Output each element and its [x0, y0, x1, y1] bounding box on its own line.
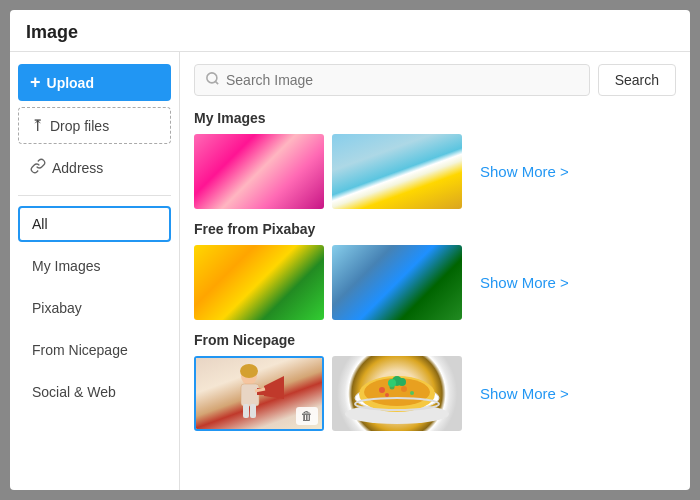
svg-rect-3 — [241, 384, 259, 406]
thumb-woman-megaphone[interactable]: 🗑 — [194, 356, 324, 431]
thumb-grid-my-images — [194, 134, 462, 209]
svg-point-16 — [401, 386, 407, 392]
svg-point-6 — [240, 364, 258, 378]
upload-cloud-icon: ⤒ — [31, 116, 44, 135]
upload-button[interactable]: + Upload — [18, 64, 171, 101]
drop-files-button[interactable]: ⤒ Drop files — [18, 107, 171, 144]
section-title-my-images: My Images — [194, 110, 676, 126]
show-more-nicepage[interactable]: Show More > — [480, 385, 569, 402]
search-icon — [205, 71, 220, 89]
thumb-pink-flower[interactable] — [194, 134, 324, 209]
section-row-nicepage: 🗑 — [194, 356, 676, 431]
sidebar-item-pixabay[interactable]: Pixabay — [18, 290, 171, 326]
main-content: Search My Images Show More > — [180, 52, 690, 490]
section-pixabay: Free from Pixabay Show More > — [194, 221, 676, 320]
svg-marker-4 — [264, 376, 284, 399]
svg-line-7 — [255, 389, 265, 391]
thumb-sunflower[interactable] — [332, 134, 462, 209]
search-input[interactable] — [226, 65, 579, 95]
section-my-images: My Images Show More > — [194, 110, 676, 209]
show-more-my-images[interactable]: Show More > — [480, 163, 569, 180]
thumb-grid-nicepage: 🗑 — [194, 356, 462, 431]
sidebar-divider — [18, 195, 171, 196]
img-pink-flower — [194, 134, 324, 209]
section-title-nicepage: From Nicepage — [194, 332, 676, 348]
search-button[interactable]: Search — [598, 64, 676, 96]
delete-thumb-button[interactable]: 🗑 — [296, 407, 318, 425]
sidebar-item-all[interactable]: All — [18, 206, 171, 242]
modal-body: + Upload ⤒ Drop files Address All My Ima… — [10, 52, 690, 490]
svg-line-1 — [215, 81, 218, 84]
search-bar: Search — [194, 64, 676, 96]
svg-point-0 — [207, 73, 217, 83]
svg-rect-8 — [243, 404, 249, 418]
address-label: Address — [52, 160, 103, 176]
trash-icon: 🗑 — [301, 409, 313, 423]
sidebar-item-social-web[interactable]: Social & Web — [18, 374, 171, 410]
upload-label: Upload — [47, 75, 94, 91]
svg-point-22 — [398, 378, 406, 386]
drop-label: Drop files — [50, 118, 109, 134]
svg-point-18 — [385, 393, 389, 397]
thumb-glass-ball[interactable] — [332, 245, 462, 320]
modal-title: Image — [26, 22, 78, 42]
section-title-pixabay: Free from Pixabay — [194, 221, 676, 237]
address-button[interactable]: Address — [18, 150, 171, 185]
img-sunflower — [332, 134, 462, 209]
search-input-wrapper — [194, 64, 590, 96]
svg-rect-9 — [250, 404, 256, 418]
link-icon — [30, 158, 46, 177]
sidebar-item-my-images[interactable]: My Images — [18, 248, 171, 284]
show-more-pixabay[interactable]: Show More > — [480, 274, 569, 291]
sidebar: + Upload ⤒ Drop files Address All My Ima… — [10, 52, 180, 490]
image-modal: Image + Upload ⤒ Drop files Address — [10, 10, 690, 490]
section-nicepage: From Nicepage — [194, 332, 676, 431]
img-bee-flower — [194, 245, 324, 320]
thumb-bee-flower[interactable] — [194, 245, 324, 320]
section-row-my-images: Show More > — [194, 134, 676, 209]
img-soup — [332, 356, 462, 431]
svg-point-17 — [410, 391, 414, 395]
plus-icon: + — [30, 72, 41, 93]
section-row-pixabay: Show More > — [194, 245, 676, 320]
svg-point-14 — [379, 387, 385, 393]
thumb-grid-pixabay — [194, 245, 462, 320]
img-glass-ball — [332, 245, 462, 320]
thumb-soup[interactable] — [332, 356, 462, 431]
modal-header: Image — [10, 10, 690, 52]
svg-point-21 — [388, 379, 396, 387]
sidebar-item-from-nicepage[interactable]: From Nicepage — [18, 332, 171, 368]
